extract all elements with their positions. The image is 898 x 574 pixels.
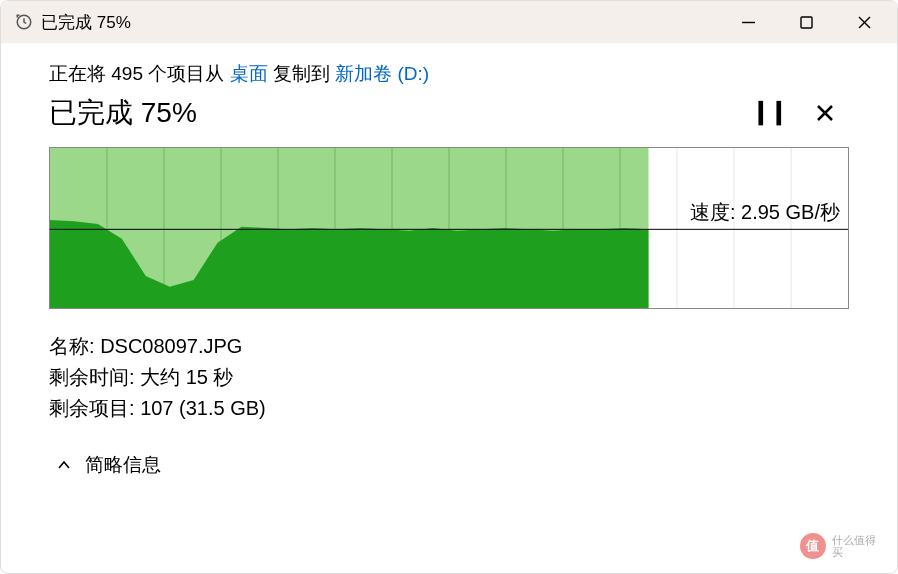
detail-name: 名称: DSC08097.JPG [49,331,849,362]
chevron-up-icon [57,458,71,472]
clock-arrow-icon [15,13,33,31]
speed-label-text: 速度: [690,201,741,223]
op-mid2: 复制到 [268,63,336,84]
titlebar: 已完成 75% [1,1,897,43]
details-block: 名称: DSC08097.JPG 剩余时间: 大约 15 秒 剩余项目: 107… [49,331,849,424]
minimize-button[interactable] [719,1,777,43]
dest-link[interactable]: 新加卷 (D:) [335,63,429,84]
cancel-button[interactable] [801,93,849,133]
op-prefix: 正在将 [49,63,111,84]
detail-items: 剩余项目: 107 (31.5 GB) [49,393,849,424]
detail-time: 剩余时间: 大约 15 秒 [49,362,849,393]
toggle-label: 简略信息 [85,452,161,478]
progress-percent: 已完成 75% [49,94,753,132]
watermark-text: 什么值得买 [832,534,886,558]
speed-value: 2.95 GB/秒 [741,201,840,223]
source-link[interactable]: 桌面 [230,63,268,84]
op-count: 495 [111,63,143,84]
watermark-icon: 值 [800,533,826,559]
close-button[interactable] [835,1,893,43]
op-mid1: 个项目从 [143,63,230,84]
speed-chart: 速度: 2.95 GB/秒 [49,147,849,309]
watermark: 值 什么值得买 [800,530,886,562]
file-copy-dialog: 已完成 75% 正在将 495 个项目从 桌面 复制到 新加卷 (D:) 已完成… [0,0,898,574]
operation-description: 正在将 495 个项目从 桌面 复制到 新加卷 (D:) [49,61,849,87]
window-title: 已完成 75% [41,11,719,34]
progress-row: 已完成 75% ▎▎ [49,93,849,133]
details-toggle[interactable]: 简略信息 [49,452,849,478]
content-area: 正在将 495 个项目从 桌面 复制到 新加卷 (D:) 已完成 75% ▎▎ … [1,43,897,573]
maximize-button[interactable] [777,1,835,43]
svg-rect-2 [801,17,812,28]
speed-label: 速度: 2.95 GB/秒 [688,199,842,228]
pause-button[interactable]: ▎▎ [753,93,801,133]
